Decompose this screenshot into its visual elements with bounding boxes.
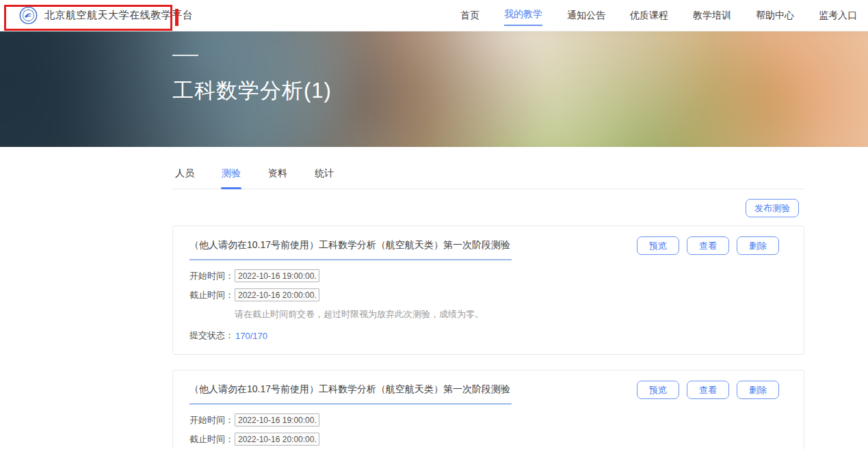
view-button[interactable]: 查看 <box>687 236 729 255</box>
end-time-input[interactable] <box>235 288 319 301</box>
quiz-card: （他人请勿在10.17号前使用）工科数学分析（航空航天类）第一次阶段测验 预览 … <box>172 370 804 449</box>
nav-item-proctor-entry[interactable]: 监考入口 <box>819 7 857 25</box>
banner-dash-decoration <box>172 55 198 56</box>
tab-members[interactable]: 人员 <box>175 163 194 189</box>
end-time-label: 截止时间： <box>189 433 235 446</box>
delete-button[interactable]: 删除 <box>737 381 779 399</box>
delete-button[interactable]: 删除 <box>737 236 779 255</box>
course-title: 工科数学分析(1) <box>172 77 332 105</box>
tab-statistics[interactable]: 统计 <box>315 163 334 189</box>
preview-button[interactable]: 预览 <box>637 381 679 399</box>
main-nav: 首页 我的教学 通知公告 优质课程 教学培训 帮助中心 监考入口 <box>460 5 861 26</box>
deadline-note: 请在截止时间前交卷，超过时限视为放弃此次测验，成绩为零。 <box>235 308 787 321</box>
course-hero-banner: 工科数学分析(1) <box>0 31 868 147</box>
platform-title: 北京航空航天大学在线教学平台 <box>44 9 193 22</box>
start-time-row: 开始时间： <box>189 269 787 282</box>
quiz-toolbar: 发布测验 <box>172 189 804 226</box>
quiz-card: （他人请勿在10.17号前使用）工科数学分析（航空航天类）第一次阶段测验 预览 … <box>172 226 804 355</box>
quiz-title: （他人请勿在10.17号前使用）工科数学分析（航空航天类）第一次阶段测验 <box>189 381 512 405</box>
nav-item-help-center[interactable]: 帮助中心 <box>756 7 794 25</box>
tab-quizzes[interactable]: 测验 <box>222 163 241 189</box>
course-tabs: 人员 测验 资料 统计 <box>172 163 804 189</box>
start-time-input[interactable] <box>235 269 319 282</box>
top-header: 北京航空航天大学在线教学平台 首页 我的教学 通知公告 优质课程 教学培训 帮助… <box>0 0 868 31</box>
end-time-label: 截止时间： <box>189 289 235 301</box>
start-time-label: 开始时间： <box>189 270 235 282</box>
start-time-label: 开始时间： <box>189 414 235 426</box>
submission-status-link[interactable]: 170/170 <box>235 331 267 341</box>
main-content: 人员 测验 资料 统计 发布测验 （他人请勿在10.17号前使用）工科数学分析（… <box>172 147 804 449</box>
end-time-input[interactable] <box>235 433 319 446</box>
quiz-card-head: （他人请勿在10.17号前使用）工科数学分析（航空航天类）第一次阶段测验 预览 … <box>189 236 787 260</box>
submission-status-row: 提交状态： 170/170 <box>189 329 787 342</box>
quiz-title: （他人请勿在10.17号前使用）工科数学分析（航空航天类）第一次阶段测验 <box>189 236 512 260</box>
start-time-row: 开始时间： <box>189 413 787 426</box>
nav-item-quality-courses[interactable]: 优质课程 <box>630 7 668 25</box>
banner-content: 工科数学分析(1) <box>172 55 332 105</box>
end-time-row: 截止时间： <box>189 288 787 301</box>
view-button[interactable]: 查看 <box>687 381 729 399</box>
quiz-actions: 预览 查看 删除 <box>637 236 787 255</box>
publish-quiz-button[interactable]: 发布测验 <box>746 199 799 217</box>
start-time-input[interactable] <box>235 413 319 426</box>
banner-background-image <box>0 31 868 147</box>
tab-materials[interactable]: 资料 <box>268 163 287 189</box>
university-seal-icon <box>19 6 38 25</box>
quiz-card-head: （他人请勿在10.17号前使用）工科数学分析（航空航天类）第一次阶段测验 预览 … <box>189 381 787 405</box>
platform-logo[interactable]: 北京航空航天大学在线教学平台 <box>19 6 193 25</box>
end-time-row: 截止时间： <box>189 433 787 446</box>
nav-item-home[interactable]: 首页 <box>460 7 479 25</box>
nav-item-announcements[interactable]: 通知公告 <box>567 7 605 25</box>
nav-item-my-teaching[interactable]: 我的教学 <box>504 5 542 26</box>
preview-button[interactable]: 预览 <box>637 236 679 255</box>
nav-item-teacher-training[interactable]: 教学培训 <box>693 7 731 25</box>
submission-status-label: 提交状态： <box>189 329 234 342</box>
quiz-actions: 预览 查看 删除 <box>637 381 787 399</box>
